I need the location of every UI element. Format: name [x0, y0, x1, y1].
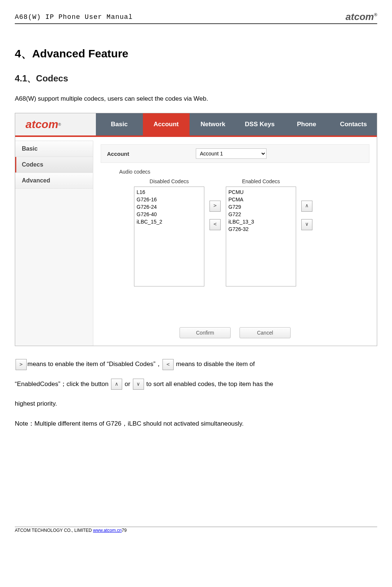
- audio-codecs-label: Audio codecs: [119, 169, 369, 175]
- page-footer: ATCOM TECHNOLOGY CO., LIMITED www.atcom.…: [15, 527, 377, 533]
- doc-title: A68(W) IP Phone User Manual: [15, 13, 133, 21]
- footer-link[interactable]: www.atcom.cn: [93, 528, 121, 533]
- inline-left-icon: <: [163, 359, 174, 370]
- tab-network[interactable]: Network: [190, 113, 237, 135]
- confirm-button[interactable]: Confirm: [180, 327, 231, 338]
- brand-logo: atcom®: [15, 113, 96, 135]
- list-item[interactable]: L16: [137, 188, 204, 196]
- tab-basic[interactable]: Basic: [96, 113, 143, 135]
- web-ui-screenshot: atcom® Basic Account Network DSS Keys Ph…: [15, 113, 377, 346]
- explain-line-1: >means to enable the item of “Disabled C…: [15, 357, 377, 371]
- disabled-codecs-header: Disabled Codecs: [150, 178, 189, 184]
- explain-line-3: highest priority.: [15, 397, 377, 410]
- sidebar: Basic Codecs Advanced: [15, 141, 93, 346]
- tab-phone[interactable]: Phone: [283, 113, 330, 135]
- list-item[interactable]: G722: [228, 211, 296, 218]
- sidebar-item-basic[interactable]: Basic: [15, 141, 93, 157]
- main-panel: Account Account 1 Audio codecs Disabled …: [93, 137, 377, 346]
- note-line: Note：Multiple different items of G726，iL…: [15, 417, 377, 430]
- list-item[interactable]: G726-24: [137, 203, 204, 211]
- page-header: A68(W) IP Phone User Manual atcom®: [15, 11, 377, 24]
- inline-down-icon: ∨: [133, 379, 144, 390]
- enabled-codecs-header: Enabled Codecs: [242, 178, 280, 184]
- tab-account[interactable]: Account: [143, 113, 190, 135]
- section-heading: 4、Advanced Feature: [15, 46, 377, 61]
- account-select[interactable]: Account 1: [196, 148, 267, 159]
- list-item[interactable]: iLBC_13_3: [228, 218, 296, 225]
- list-item[interactable]: iLBC_15_2: [137, 218, 204, 225]
- intro-paragraph: A68(W) support multiple codecs, users ca…: [15, 92, 377, 105]
- enabled-codecs-list[interactable]: PCMU PCMA G729 G722 iLBC_13_3 G726-32: [226, 187, 296, 286]
- list-item[interactable]: G726-32: [228, 225, 296, 233]
- account-row: Account Account 1: [101, 144, 369, 163]
- codecs-area: Disabled Codecs L16 G726-16 G726-24 G726…: [134, 178, 369, 286]
- move-right-button[interactable]: >: [210, 201, 221, 212]
- move-left-button[interactable]: <: [210, 219, 221, 230]
- cancel-button[interactable]: Cancel: [239, 327, 291, 338]
- explain-line-2: “EnabledCodes”；click the button ∧ or ∨ t…: [15, 377, 377, 391]
- disabled-codecs-list[interactable]: L16 G726-16 G726-24 G726-40 iLBC_15_2: [134, 187, 204, 286]
- subsection-heading: 4.1、Codecs: [15, 73, 377, 84]
- sidebar-item-codecs[interactable]: Codecs: [15, 157, 93, 173]
- account-label: Account: [107, 151, 196, 157]
- top-nav: atcom® Basic Account Network DSS Keys Ph…: [15, 113, 377, 137]
- move-down-button[interactable]: ∨: [301, 219, 312, 230]
- list-item[interactable]: G729: [228, 203, 296, 211]
- list-item[interactable]: G726-40: [137, 211, 204, 218]
- brand-logo: atcom®: [346, 11, 377, 23]
- list-item[interactable]: G726-16: [137, 196, 204, 203]
- list-item[interactable]: PCMU: [228, 188, 296, 196]
- move-up-button[interactable]: ∧: [301, 201, 312, 212]
- tab-dss-keys[interactable]: DSS Keys: [237, 113, 284, 135]
- tab-contacts[interactable]: Contacts: [330, 113, 377, 135]
- inline-right-icon: >: [16, 359, 27, 370]
- list-item[interactable]: PCMA: [228, 196, 296, 203]
- inline-up-icon: ∧: [111, 379, 122, 390]
- sidebar-item-advanced[interactable]: Advanced: [15, 173, 93, 189]
